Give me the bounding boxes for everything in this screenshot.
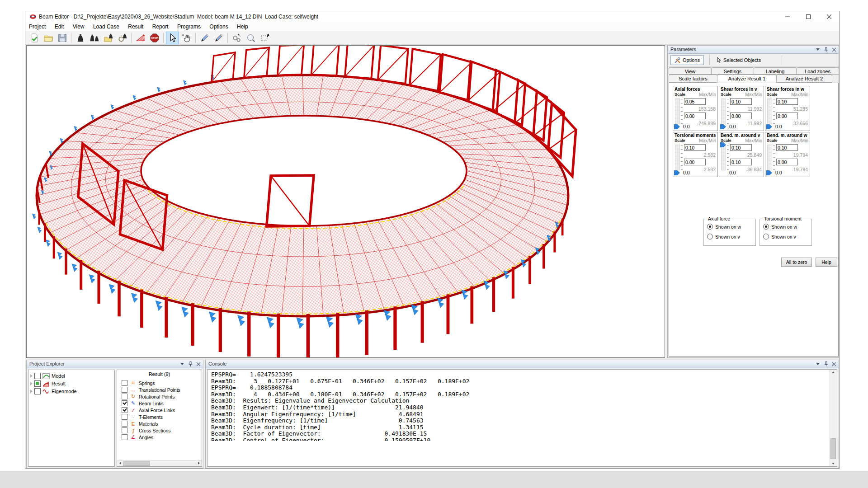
scale-slider[interactable] — [721, 145, 726, 170]
tab-analyze-result-1[interactable]: Analyze Result 1 — [717, 75, 777, 83]
menu-report[interactable]: Report — [149, 22, 172, 31]
tab-load-zones[interactable]: Load zones — [796, 67, 839, 75]
checkbox[interactable] — [122, 421, 127, 427]
stop-button[interactable]: STOP — [148, 32, 161, 44]
pan-hand-button[interactable] — [180, 32, 193, 44]
checkbox[interactable] — [122, 380, 127, 386]
scroll-left-arrow[interactable] — [117, 460, 123, 466]
scale-max-input[interactable] — [684, 98, 706, 105]
tab-selected-objects[interactable]: Selected Objects — [713, 55, 764, 65]
slider-thumb[interactable] — [766, 170, 772, 175]
scale-min-input[interactable] — [776, 159, 798, 165]
scale-slider[interactable] — [675, 99, 680, 124]
list-item-translational-points[interactable]: ↔Translational Points — [122, 386, 180, 393]
dock-menu-button[interactable] — [815, 47, 821, 52]
close-panel-icon[interactable] — [831, 47, 837, 52]
close-button[interactable] — [819, 11, 839, 22]
all-to-zero-button[interactable]: All to zero — [781, 258, 812, 267]
save-project-button[interactable] — [56, 32, 69, 44]
tree-item-result[interactable]: Result — [30, 380, 66, 387]
torsional-shown-on-v-radio[interactable]: Shown on v — [763, 234, 796, 239]
tree-item-eigenmode[interactable]: Eigenmode — [30, 388, 77, 395]
scale-max-input[interactable] — [730, 144, 752, 151]
model-checkbox[interactable] — [34, 373, 41, 379]
menu-help[interactable]: Help — [233, 22, 252, 31]
scale-max-input[interactable] — [730, 98, 752, 105]
scale-min-input[interactable] — [684, 159, 706, 165]
close-panel-icon[interactable] — [831, 361, 837, 367]
list-item-springs[interactable]: ≋Springs — [122, 380, 155, 386]
show-results-button[interactable] — [134, 32, 147, 44]
checkbox[interactable] — [122, 400, 127, 406]
scale-slider[interactable] — [767, 145, 772, 170]
open-load-case-button[interactable] — [102, 32, 115, 44]
pin-icon[interactable] — [823, 361, 829, 367]
list-item-materials[interactable]: EMaterials — [122, 420, 158, 427]
scale-min-input[interactable] — [776, 113, 798, 119]
menu-programs[interactable]: Programs — [174, 22, 204, 31]
scale-min-input[interactable] — [684, 113, 706, 119]
pin-icon[interactable] — [823, 47, 829, 52]
menu-edit[interactable]: Edit — [51, 22, 68, 31]
scale-min-input[interactable] — [730, 113, 752, 119]
dock-menu-button[interactable] — [815, 361, 821, 367]
expand-icon[interactable] — [30, 389, 33, 393]
list-item-t-elements[interactable]: ∵T-Elements — [122, 413, 163, 420]
slider-thumb[interactable] — [674, 124, 680, 129]
axial-shown-on-w-radio[interactable]: Shown on w — [707, 224, 741, 230]
scroll-thumb[interactable] — [830, 438, 836, 459]
zoom-window-button[interactable] — [258, 32, 271, 44]
model-viewport[interactable] — [26, 45, 665, 358]
scroll-up-arrow[interactable] — [830, 370, 836, 375]
menu-result[interactable]: Result — [124, 22, 147, 31]
draw-beam-alt-button[interactable] — [212, 32, 225, 44]
horizontal-scrollbar[interactable] — [117, 460, 202, 466]
scale-max-input[interactable] — [776, 98, 798, 105]
minimize-button[interactable] — [777, 11, 797, 22]
scale-max-input[interactable] — [684, 144, 706, 151]
axial-shown-on-v-radio[interactable]: Shown on v — [707, 234, 740, 239]
checkbox[interactable] — [122, 394, 127, 399]
close-panel-icon[interactable] — [195, 361, 202, 367]
menu-load-case[interactable]: Load Case — [90, 22, 123, 31]
tab-settings[interactable]: Settings — [711, 67, 754, 75]
checkbox[interactable] — [122, 414, 127, 420]
load-case-list-button[interactable] — [88, 32, 101, 44]
checkbox[interactable] — [122, 434, 127, 440]
tab-labeling[interactable]: Labeling — [754, 67, 797, 75]
slider-thumb[interactable] — [766, 124, 772, 129]
list-item-rotational-points[interactable]: ↻Rotational Points — [122, 393, 175, 400]
draw-beam-button[interactable] — [198, 32, 211, 44]
torsional-shown-on-w-radio[interactable]: Shown on w — [763, 224, 797, 230]
list-item-cross-sections[interactable]: ∫Cross Sections — [122, 427, 171, 434]
result-checkbox[interactable] — [34, 380, 41, 387]
zoom-button[interactable] — [244, 32, 257, 44]
maximize-button[interactable] — [798, 11, 818, 22]
eigenmode-checkbox[interactable] — [34, 388, 41, 394]
load-case-settings-button[interactable] — [116, 32, 129, 44]
scale-max-input[interactable] — [776, 144, 798, 151]
expand-icon[interactable] — [30, 382, 33, 385]
scale-slider[interactable] — [767, 99, 772, 124]
tab-scale-factors[interactable]: Scale factors — [669, 75, 717, 83]
menu-view[interactable]: View — [69, 22, 88, 31]
menu-options[interactable]: Options — [206, 22, 231, 31]
checkbox[interactable] — [122, 427, 127, 433]
new-model-button[interactable] — [28, 32, 41, 44]
checkbox[interactable] — [122, 407, 127, 413]
slider-thumb[interactable] — [674, 170, 680, 175]
scale-slider[interactable] — [721, 99, 726, 124]
vertical-scrollbar[interactable] — [830, 370, 837, 466]
tree-item-model[interactable]: Model — [30, 372, 65, 380]
scale-min-input[interactable] — [730, 159, 752, 165]
help-button[interactable]: Help — [816, 258, 837, 267]
tab-view[interactable]: View — [669, 67, 712, 75]
rotate-view-button[interactable] — [230, 32, 243, 44]
tab-options[interactable]: Options — [670, 55, 704, 65]
scroll-thumb[interactable] — [123, 461, 150, 466]
dock-menu-button[interactable] — [179, 361, 185, 367]
tab-analyze-result-2[interactable]: Analyze Result 2 — [776, 75, 832, 83]
list-item-beam-links[interactable]: ✎Beam Links — [122, 400, 164, 407]
scale-slider[interactable] — [675, 145, 680, 170]
open-project-button[interactable] — [42, 32, 55, 44]
